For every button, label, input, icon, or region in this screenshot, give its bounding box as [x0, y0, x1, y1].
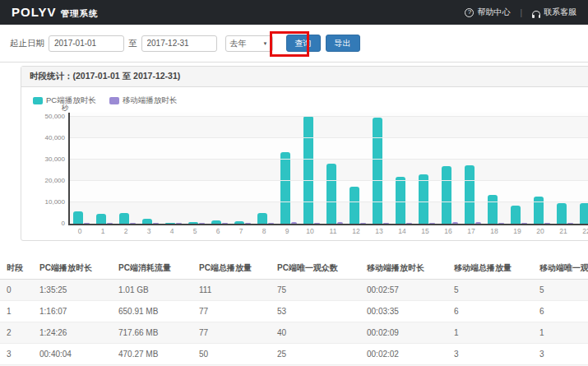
table-cell: 3	[533, 344, 588, 365]
table-cell: 717.66 MB	[112, 322, 192, 344]
mobile-duration-bar-12[interactable]	[360, 223, 366, 224]
mobile-duration-bar-1[interactable]	[107, 223, 113, 224]
x-axis-tick-label: 1	[91, 227, 114, 235]
gridline	[70, 202, 588, 202]
contact-support-link[interactable]: 联系客服	[532, 7, 576, 18]
pc-duration-bar-16[interactable]	[442, 166, 451, 224]
x-axis-tick-label: 22	[575, 227, 588, 235]
mobile-duration-bar-7[interactable]	[245, 223, 251, 224]
mobile-duration-bar-18[interactable]	[498, 223, 504, 224]
mobile-duration-bar-9[interactable]	[291, 222, 297, 224]
x-axis-labels: 01234567891011121314151617181920212223	[68, 227, 588, 235]
table-cell: 1:16:07	[33, 301, 112, 322]
pc-duration-bar-18[interactable]	[488, 195, 498, 224]
panel-title: 时段统计：(2017-01-01 至 2017-12-31)	[30, 71, 180, 81]
mobile-duration-bar-11[interactable]	[337, 222, 343, 224]
mobile-duration-bar-19[interactable]	[521, 223, 527, 224]
table-cell: 00:02:02	[360, 344, 447, 365]
query-button[interactable]: 查询	[286, 35, 321, 52]
pc-duration-bar-10[interactable]	[303, 116, 313, 224]
playback-duration-chart: 秒 010,00020,00030,00040,00050,000 012345…	[68, 113, 588, 235]
y-axis-tick-label: 20,000	[37, 177, 65, 184]
logo-subtitle: 管理系统	[60, 8, 98, 20]
bar-group	[438, 111, 461, 224]
mobile-duration-bar-0[interactable]	[84, 223, 90, 224]
bar-group	[553, 111, 576, 224]
pc-duration-bar-14[interactable]	[396, 177, 405, 224]
pc-duration-bar-22[interactable]	[580, 203, 588, 224]
gridline	[70, 137, 588, 138]
pc-duration-bar-15[interactable]	[419, 174, 428, 224]
bar-group	[70, 111, 93, 224]
pc-duration-bar-1[interactable]	[96, 214, 106, 224]
mobile-duration-bar-15[interactable]	[429, 223, 435, 224]
pc-duration-bar-17[interactable]	[465, 165, 475, 224]
table-header-cell: PC端唯一观众数	[271, 257, 360, 280]
gridline	[70, 180, 588, 181]
pc-duration-bar-3[interactable]	[142, 219, 152, 224]
start-date-input[interactable]	[49, 35, 124, 52]
bar-group	[369, 111, 392, 224]
mobile-duration-bar-14[interactable]	[406, 223, 412, 224]
bar-group	[323, 111, 346, 224]
bar-group	[576, 111, 588, 224]
bar-group	[300, 111, 323, 224]
date-range-label: 起止日期	[10, 38, 44, 49]
legend-item-mobile[interactable]: 移动端播放时长	[109, 95, 178, 106]
table-header-cell: PC端消耗流量	[112, 257, 192, 280]
table-cell: 6	[533, 301, 588, 322]
table-cell: 40	[271, 322, 360, 344]
mobile-duration-bar-8[interactable]	[268, 223, 274, 224]
bar-group	[346, 111, 369, 224]
pc-duration-bar-8[interactable]	[257, 213, 267, 225]
pc-duration-bar-12[interactable]	[350, 187, 359, 225]
pc-duration-bar-19[interactable]	[511, 206, 521, 224]
pc-duration-bar-2[interactable]	[119, 213, 129, 224]
x-axis-tick-label: 4	[160, 227, 183, 235]
contact-support-label: 联系客服	[544, 7, 576, 18]
end-date-input[interactable]	[141, 35, 217, 52]
logo-text: POLYV	[12, 5, 56, 19]
mobile-duration-bar-4[interactable]	[176, 223, 182, 224]
panel-header: 时段统计：(2017-01-01 至 2017-12-31)	[21, 67, 588, 87]
to-label: 至	[128, 38, 137, 49]
mobile-duration-bar-3[interactable]	[153, 223, 159, 224]
table-cell: 00:03:35	[360, 301, 447, 322]
mobile-duration-bar-6[interactable]	[222, 223, 228, 224]
mobile-duration-bar-2[interactable]	[130, 223, 136, 224]
pc-duration-bar-6[interactable]	[211, 220, 221, 224]
pc-duration-bar-5[interactable]	[188, 222, 198, 224]
mobile-duration-bar-5[interactable]	[199, 223, 205, 224]
app-logo[interactable]: POLYV 管理系统	[12, 5, 98, 20]
pc-series-color-chip	[33, 97, 43, 104]
pc-duration-bar-7[interactable]	[234, 221, 244, 224]
y-axis-tick-label: 30,000	[37, 155, 65, 163]
pc-duration-bar-20[interactable]	[534, 197, 544, 224]
table-cell: 75	[271, 280, 360, 301]
pc-duration-bar-13[interactable]	[373, 118, 382, 224]
mobile-duration-bar-13[interactable]	[383, 223, 389, 224]
pc-duration-bar-0[interactable]	[73, 211, 83, 224]
bar-group	[116, 111, 139, 224]
help-center-link[interactable]: ? 帮助中心	[465, 7, 510, 18]
table-header-cell: PC端总播放量	[192, 257, 271, 280]
mobile-duration-bar-17[interactable]	[475, 222, 481, 224]
mobile-series-label: 移动端播放时长	[123, 95, 178, 106]
table-cell: 77	[192, 301, 271, 322]
bar-group	[185, 111, 208, 224]
mobile-duration-bar-20[interactable]	[544, 223, 550, 224]
table-cell: 1:35:25	[33, 280, 112, 301]
mobile-duration-bar-21[interactable]	[567, 223, 573, 224]
pc-duration-bar-4[interactable]	[165, 223, 175, 224]
pc-duration-bar-21[interactable]	[557, 203, 567, 224]
bar-group	[392, 111, 415, 224]
export-button[interactable]: 导出	[326, 35, 360, 52]
x-axis-tick-label: 20	[529, 227, 552, 235]
date-range-select[interactable]: 去年 ▼	[225, 35, 273, 52]
mobile-duration-bar-16[interactable]	[452, 222, 458, 224]
mobile-duration-bar-10[interactable]	[314, 223, 320, 224]
pc-duration-bar-9[interactable]	[280, 152, 290, 224]
headset-icon	[532, 11, 540, 16]
table-cell: 6	[447, 301, 533, 322]
pc-duration-bar-11[interactable]	[326, 164, 336, 224]
